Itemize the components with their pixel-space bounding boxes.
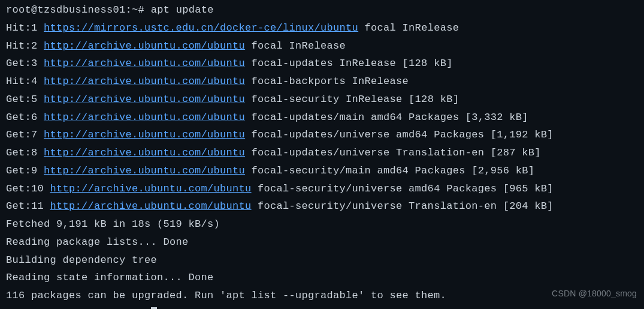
line-suffix: focal-updates InRelease [128 kB] <box>245 58 453 69</box>
line-prefix: Get:11 <box>6 200 50 212</box>
prompt-symbol: # <box>138 4 145 16</box>
repo-line: Hit:2 http://archive.ubuntu.com/ubuntu f… <box>6 37 638 55</box>
repo-line: Hit:4 http://archive.ubuntu.com/ubuntu f… <box>6 73 638 91</box>
repo-line: Get:3 http://archive.ubuntu.com/ubuntu f… <box>6 55 638 73</box>
line-suffix: focal-security/main amd64 Packages [2,95… <box>245 165 534 176</box>
prompt-path: ~ <box>132 4 138 16</box>
repo-line: Hit:1 https://mirrors.ustc.edu.cn/docker… <box>6 19 638 37</box>
prompt-user: root <box>6 4 31 16</box>
line-prefix: Get:7 <box>6 129 44 140</box>
repo-url-link[interactable]: http://archive.ubuntu.com/ubuntu <box>44 147 245 158</box>
prompt-command: apt update <box>151 4 214 16</box>
status-fetched: Fetched 9,191 kB in 18s (519 kB/s) <box>6 215 638 233</box>
terminal-output[interactable]: root@tzsdbusiness01:~# apt update Hit:1 … <box>6 1 638 309</box>
repo-url-link[interactable]: http://archive.ubuntu.com/ubuntu <box>44 94 245 105</box>
repo-line: Get:5 http://archive.ubuntu.com/ubuntu f… <box>6 91 638 109</box>
repo-url-link[interactable]: http://archive.ubuntu.com/ubuntu <box>44 58 245 69</box>
repo-url-link[interactable]: http://archive.ubuntu.com/ubuntu <box>44 40 245 52</box>
line-suffix: focal-backports InRelease <box>245 76 409 87</box>
prompt-line-2: root@tzsdbusiness01:~# <box>6 305 638 309</box>
line-suffix: focal-security/universe amd64 Packages [… <box>252 183 554 194</box>
repo-line: Get:8 http://archive.ubuntu.com/ubuntu f… <box>6 144 638 162</box>
line-prefix: Get:9 <box>6 165 44 176</box>
line-suffix: focal InRelease <box>245 40 346 52</box>
repo-line: Get:7 http://archive.ubuntu.com/ubuntu f… <box>6 126 638 144</box>
prompt-host: tzsdbusiness01 <box>38 4 126 16</box>
line-prefix: Get:5 <box>6 94 44 105</box>
line-suffix: focal-updates/universe amd64 Packages [1… <box>245 129 554 140</box>
line-suffix: focal-updates/main amd64 Packages [3,332… <box>245 112 528 123</box>
repo-url-link[interactable]: http://archive.ubuntu.com/ubuntu <box>50 183 252 194</box>
line-suffix: focal InRelease <box>358 22 459 34</box>
repo-line: Get:9 http://archive.ubuntu.com/ubuntu f… <box>6 162 638 180</box>
repo-url-link[interactable]: http://archive.ubuntu.com/ubuntu <box>50 200 252 212</box>
status-upgradable: 116 packages can be upgraded. Run 'apt l… <box>6 287 638 305</box>
status-reading-state: Reading state information... Done <box>6 269 638 287</box>
line-prefix: Get:3 <box>6 58 44 69</box>
line-prefix: Get:10 <box>6 183 50 194</box>
line-suffix: focal-security InRelease [128 kB] <box>245 94 459 105</box>
status-building-tree: Building dependency tree <box>6 251 638 269</box>
line-prefix: Hit:2 <box>6 40 44 52</box>
line-suffix: focal-security/universe Translation-en [… <box>252 200 554 212</box>
status-reading-lists: Reading package lists... Done <box>6 233 638 251</box>
line-prefix: Get:6 <box>6 112 44 123</box>
repo-line: Get:11 http://archive.ubuntu.com/ubuntu … <box>6 197 638 215</box>
repo-url-link[interactable]: https://mirrors.ustc.edu.cn/docker-ce/li… <box>44 22 358 34</box>
line-prefix: Get:8 <box>6 147 44 158</box>
line-suffix: focal-updates/universe Translation-en [2… <box>245 147 541 158</box>
line-prefix: Hit:4 <box>6 76 44 87</box>
repo-url-link[interactable]: http://archive.ubuntu.com/ubuntu <box>44 129 245 140</box>
repo-url-link[interactable]: http://archive.ubuntu.com/ubuntu <box>44 165 245 176</box>
repo-line: Get:6 http://archive.ubuntu.com/ubuntu f… <box>6 109 638 127</box>
repo-url-link[interactable]: http://archive.ubuntu.com/ubuntu <box>44 76 245 87</box>
line-prefix: Hit:1 <box>6 22 44 34</box>
repo-url-link[interactable]: http://archive.ubuntu.com/ubuntu <box>44 112 245 123</box>
watermark-text: CSDN @18000_smog <box>552 286 637 301</box>
repo-line: Get:10 http://archive.ubuntu.com/ubuntu … <box>6 180 638 198</box>
prompt-line: root@tzsdbusiness01:~# apt update <box>6 1 638 19</box>
